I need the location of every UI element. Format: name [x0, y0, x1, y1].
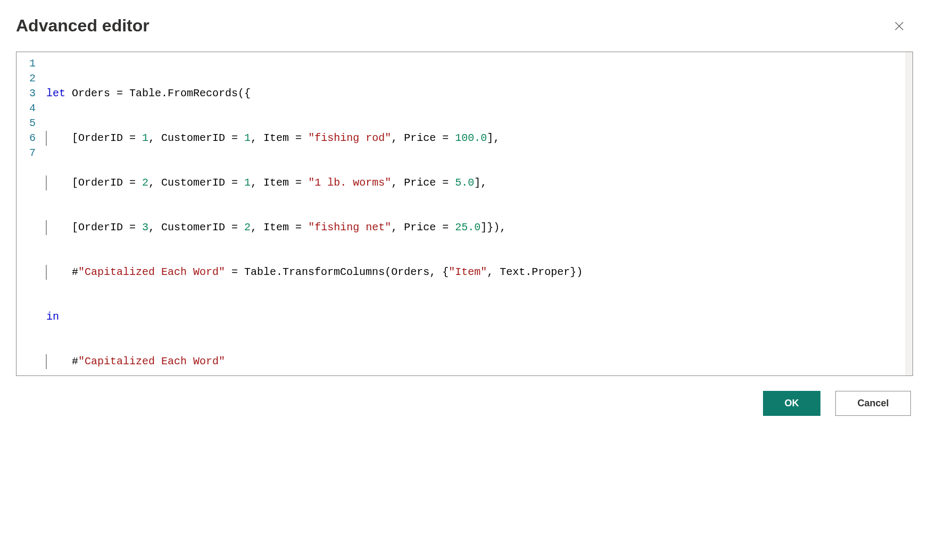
code-line: [OrderID = 3, CustomerID = 2, Item = "fi… [46, 220, 913, 235]
code-text: [OrderID = [46, 132, 142, 144]
line-number: 2 [29, 71, 36, 86]
line-number: 6 [29, 131, 36, 146]
number-literal: 1 [244, 132, 251, 144]
code-text: , Price = [391, 221, 455, 233]
code-text: , CustomerID = [148, 132, 244, 144]
string-literal: "1 lb. worms" [308, 177, 391, 189]
code-text: , CustomerID = [148, 177, 244, 189]
code-text: , Item = [251, 132, 308, 144]
string-literal: "fishing net" [308, 221, 391, 233]
cursor-indicator [46, 354, 47, 369]
code-text: ], [487, 132, 500, 144]
code-line: #"Capitalized Each Word" [46, 354, 913, 369]
line-number: 1 [29, 56, 36, 71]
code-text: ]}), [480, 221, 506, 233]
code-text: = Table.TransformColumns(Orders, { [225, 266, 449, 278]
line-number-gutter: 1 2 3 4 5 6 7 [16, 56, 46, 376]
code-text: [OrderID = [46, 221, 142, 233]
editor-content: 1 2 3 4 5 6 7 let Orders = Table.FromRec… [16, 56, 913, 376]
number-literal: 100.0 [455, 132, 487, 144]
cursor-indicator [46, 265, 47, 280]
string-literal: "Capitalized Each Word" [78, 266, 225, 278]
code-text: , Item = [251, 221, 308, 233]
code-line: #"Capitalized Each Word" = Table.Transfo… [46, 265, 913, 280]
cursor-indicator [46, 131, 47, 146]
line-number: 4 [29, 101, 36, 116]
keyword: in [46, 311, 59, 323]
cancel-button[interactable]: Cancel [835, 391, 911, 416]
line-number: 5 [29, 116, 36, 131]
ok-button[interactable]: OK [763, 391, 820, 416]
number-literal: 1 [244, 177, 251, 189]
string-literal: "fishing rod" [308, 132, 391, 144]
advanced-editor-dialog: Advanced editor 1 2 3 4 5 6 7 let Orders… [16, 16, 913, 416]
code-line: [OrderID = 2, CustomerID = 1, Item = "1 … [46, 175, 913, 190]
code-text: , Price = [391, 132, 455, 144]
number-literal: 25.0 [455, 221, 480, 233]
line-number: 3 [29, 86, 36, 101]
line-number: 7 [29, 146, 36, 161]
keyword: let [46, 87, 65, 99]
dialog-header: Advanced editor [16, 16, 913, 36]
code-text: , Item = [251, 177, 308, 189]
number-literal: 2 [244, 221, 251, 233]
code-text: # [46, 355, 78, 367]
code-text: , Text.Proper}) [487, 266, 583, 278]
close-button[interactable] [891, 18, 908, 35]
code-line: in [46, 310, 913, 324]
code-text: , CustomerID = [148, 221, 244, 233]
string-literal: "Capitalized Each Word" [78, 355, 225, 367]
code-text: [OrderID = [46, 177, 142, 189]
number-literal: 3 [142, 221, 148, 233]
code-editor[interactable]: 1 2 3 4 5 6 7 let Orders = Table.FromRec… [16, 52, 913, 376]
code-text: ], [474, 177, 487, 189]
code-text-area[interactable]: let Orders = Table.FromRecords({ [OrderI… [46, 56, 913, 376]
code-text: , Price = [391, 177, 455, 189]
dialog-title: Advanced editor [16, 16, 150, 36]
code-line: [OrderID = 1, CustomerID = 1, Item = "fi… [46, 131, 913, 146]
cursor-indicator [46, 220, 47, 235]
close-icon [893, 20, 905, 32]
code-text: Orders = Table.FromRecords({ [65, 87, 251, 99]
number-literal: 1 [142, 132, 148, 144]
string-literal: "Item" [449, 266, 487, 278]
number-literal: 5.0 [455, 177, 474, 189]
cursor-indicator [46, 175, 47, 190]
code-line: let Orders = Table.FromRecords({ [46, 86, 913, 101]
vertical-scrollbar[interactable] [905, 52, 913, 375]
code-text: # [46, 266, 78, 278]
number-literal: 2 [142, 177, 148, 189]
dialog-footer: OK Cancel [16, 391, 911, 416]
